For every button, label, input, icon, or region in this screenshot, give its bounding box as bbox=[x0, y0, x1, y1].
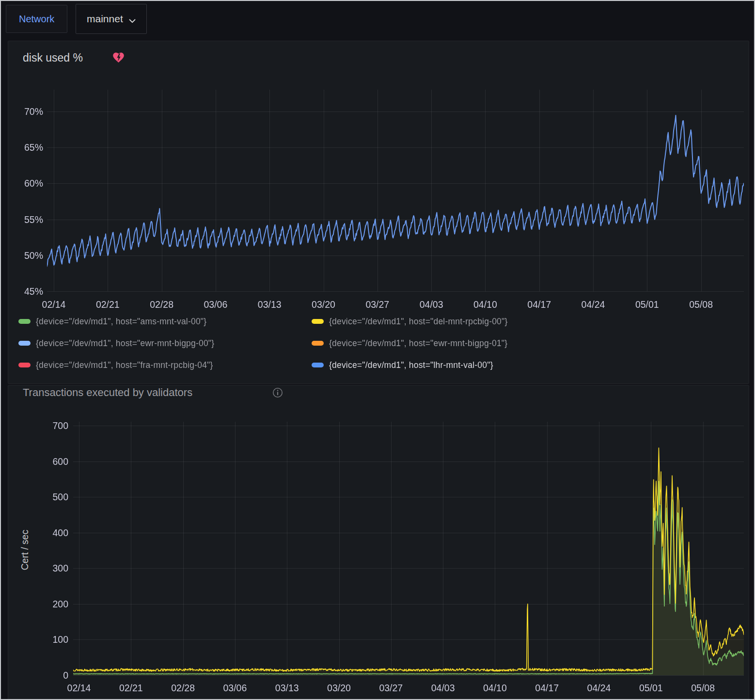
legend-item[interactable]: {device="/dev/md1", host="del-mnt-rpcbig… bbox=[312, 316, 508, 327]
legend-series-swatch bbox=[312, 319, 324, 324]
legend-series-label: {device="/dev/md1", host="ams-mnt-val-00… bbox=[36, 317, 206, 327]
network-dropdown-value: mainnet bbox=[87, 13, 123, 25]
panel-transactions: Transactions executed by validators Cert… bbox=[8, 385, 749, 700]
legend-item[interactable]: {device="/dev/md1", host="ewr-mnt-bigpg-… bbox=[18, 337, 312, 349]
dashboard-page: Network mainnet disk used % 45%50%55%60%… bbox=[0, 0, 755, 700]
disk-used-legend: {device="/dev/md1", host="ams-mnt-val-00… bbox=[18, 316, 508, 371]
transactions-chart-canvas[interactable] bbox=[8, 385, 750, 700]
legend-item[interactable]: {device="/dev/md1", host="lhr-mnt-val-00… bbox=[312, 359, 508, 371]
legend-series-swatch bbox=[18, 341, 31, 346]
panel-disk-used: disk used % 45%50%55%60%65%70%02/1402/21… bbox=[8, 41, 749, 384]
legend-series-label: {device="/dev/md1", host="del-mnt-rpcbig… bbox=[329, 317, 508, 327]
legend-item[interactable]: {device="/dev/md1", host="fra-mnt-rpcbig… bbox=[18, 359, 312, 371]
legend-series-label: {device="/dev/md1", host="lhr-mnt-val-00… bbox=[329, 360, 493, 370]
legend-series-swatch bbox=[18, 319, 31, 324]
variable-bar: Network mainnet bbox=[1, 1, 754, 38]
legend-series-label: {device="/dev/md1", host="ewr-mnt-bigpg-… bbox=[36, 338, 214, 349]
legend-series-swatch bbox=[312, 341, 324, 346]
legend-series-swatch bbox=[312, 363, 324, 367]
network-dropdown[interactable]: mainnet bbox=[76, 4, 147, 34]
legend-item[interactable]: {device="/dev/md1", host="ams-mnt-val-00… bbox=[18, 316, 312, 327]
legend-item[interactable]: {device="/dev/md1", host="ewr-mnt-bigpg-… bbox=[312, 337, 508, 349]
legend-series-swatch bbox=[18, 363, 31, 367]
legend-series-label: {device="/dev/md1", host="fra-mnt-rpcbig… bbox=[36, 360, 213, 370]
chevron-down-icon bbox=[129, 14, 136, 26]
legend-series-label: {device="/dev/md1", host="ewr-mnt-bigpg-… bbox=[329, 338, 507, 349]
network-variable-label: Network bbox=[6, 5, 67, 33]
network-label-text: Network bbox=[19, 14, 54, 25]
